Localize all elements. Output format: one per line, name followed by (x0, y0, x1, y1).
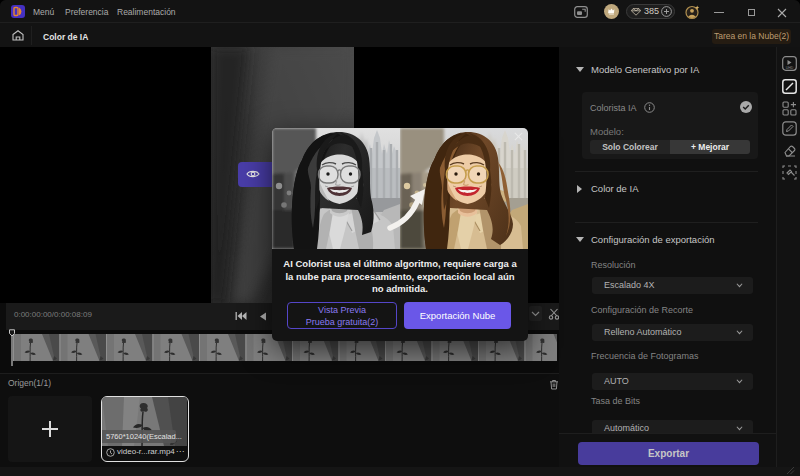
svg-text:UHD: UHD (786, 66, 794, 70)
